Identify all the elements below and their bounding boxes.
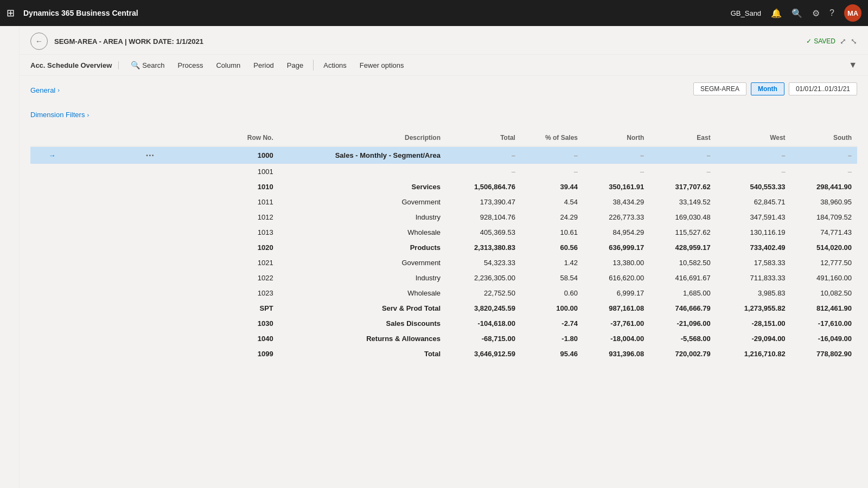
cell-north: 636,999.17 [583, 240, 649, 255]
date-range-filter[interactable]: 01/01/21..01/31/21 [789, 82, 857, 95]
table-row[interactable]: 1099Total3,646,912.5995.46931,396.08720,… [30, 346, 857, 362]
cell-north: 931,396.08 [583, 346, 649, 362]
cell-description: Sales - Monthly - Segment/Area [279, 146, 446, 164]
col-east: East [649, 130, 716, 146]
column-button[interactable]: Column [210, 59, 246, 72]
table-body: →⋯1000Sales - Monthly - Segment/Area––––… [30, 146, 857, 362]
table-row[interactable]: 1001–––––– [30, 164, 857, 179]
table-row[interactable]: 1011Government173,390.474.5438,434.2933,… [30, 195, 857, 210]
cell-row-no: 1021 [226, 255, 279, 271]
cell-south: 12,777.50 [791, 255, 857, 271]
table-row[interactable]: 1013Wholesale405,369.5310.6184,954.29115… [30, 225, 857, 240]
cell-total: 405,369.53 [446, 225, 521, 240]
expand-icon[interactable]: ⤢ [840, 37, 846, 46]
topbar-right: GB_Sand 🔔 🔍 ⚙ ? MA [731, 4, 861, 22]
col-description: Description [279, 130, 446, 146]
dash-value: – [848, 151, 852, 159]
back-button[interactable]: ← [30, 33, 48, 50]
search-icon: 🔍 [131, 61, 140, 69]
user-avatar[interactable]: MA [844, 4, 861, 22]
cell-description: Government [279, 255, 446, 271]
page-button[interactable]: Page [282, 59, 309, 72]
table-row[interactable]: 1010Services1,506,864.7639.44350,161.913… [30, 179, 857, 195]
cell-south: – [791, 164, 857, 179]
cell-west: -29,094.00 [716, 331, 791, 346]
period-button[interactable]: Period [248, 59, 279, 72]
cell-north: 226,773.33 [583, 210, 649, 225]
table-row[interactable]: 1022Industry2,236,305.0058.54616,620.004… [30, 271, 857, 286]
cell-north: 6,999.17 [583, 286, 649, 301]
table-row[interactable]: 1012Industry928,104.7624.29226,773.33169… [30, 210, 857, 225]
actions-button[interactable]: Actions [318, 59, 352, 72]
global-search-icon[interactable]: 🔍 [792, 8, 802, 18]
cell-west: – [716, 146, 791, 164]
notification-icon[interactable]: 🔔 [771, 8, 782, 18]
cell-east: 746,666.79 [649, 301, 716, 316]
table-row[interactable]: SPTServ & Prod Total3,820,245.59100.0098… [30, 301, 857, 316]
dash-value: – [512, 168, 515, 176]
filter-icon[interactable]: ▼ [848, 60, 857, 70]
row-arrow-cell [30, 271, 74, 286]
fewer-options-label: Fewer options [360, 61, 404, 69]
cell-row-no: 1040 [226, 331, 279, 346]
table-header-row: Row No. Description Total % of Sales Nor… [30, 130, 857, 146]
cell-row-no: 1023 [226, 286, 279, 301]
cell-total: 3,646,912.59 [446, 346, 521, 362]
cell-south: 38,960.95 [791, 195, 857, 210]
cell-west: 1,216,710.82 [716, 346, 791, 362]
cell-description: Wholesale [279, 286, 446, 301]
cell-west: – [716, 164, 791, 179]
fewer-options-button[interactable]: Fewer options [354, 59, 410, 72]
cell-pct-sales: -1.80 [521, 331, 583, 346]
general-section-header[interactable]: General › [30, 86, 60, 94]
row-arrow-cell [30, 316, 74, 331]
cell-north: – [583, 146, 649, 164]
cell-pct-sales: 95.46 [521, 346, 583, 362]
cell-pct-sales: 39.44 [521, 179, 583, 195]
table-row[interactable]: 1023Wholesale22,752.500.606,999.171,685.… [30, 286, 857, 301]
cell-east: 720,002.79 [649, 346, 716, 362]
user-name: GB_Sand [731, 9, 761, 17]
dimension-filters-label: Dimension Filters [30, 111, 85, 119]
cell-total: -68,715.00 [446, 331, 521, 346]
cell-total: – [446, 146, 521, 164]
table-row[interactable]: 1030Sales Discounts-104,618.00-2.74-37,7… [30, 316, 857, 331]
cell-total: -104,618.00 [446, 316, 521, 331]
col-total: Total [446, 130, 521, 146]
table-row[interactable]: →⋯1000Sales - Monthly - Segment/Area––––… [30, 146, 857, 164]
cell-north: 84,954.29 [583, 225, 649, 240]
cell-row-no: 1000 [226, 146, 279, 164]
row-arrow-cell [30, 301, 74, 316]
data-table: Row No. Description Total % of Sales Nor… [30, 130, 857, 362]
row-menu-icon[interactable]: ⋯ [145, 151, 154, 160]
process-button[interactable]: Process [173, 59, 209, 72]
dimension-filters-header[interactable]: Dimension Filters › [30, 111, 857, 119]
waffle-icon[interactable]: ⊞ [7, 7, 15, 19]
cell-east: 169,030.48 [649, 210, 716, 225]
cell-pct-sales: – [521, 146, 583, 164]
cell-total: 928,104.76 [446, 210, 521, 225]
table-row[interactable]: 1040Returns & Allowances-68,715.00-1.80-… [30, 331, 857, 346]
segm-area-filter[interactable]: SEGM-AREA [693, 82, 746, 95]
cell-south: 10,082.50 [791, 286, 857, 301]
month-filter[interactable]: Month [751, 82, 784, 95]
dash-value: – [574, 151, 578, 159]
dash-value: – [640, 151, 644, 159]
collapse-icon[interactable]: ⤡ [851, 37, 857, 46]
content-area: General › SEGM-AREA Month 01/01/21..01/3… [20, 76, 868, 368]
settings-icon[interactable]: ⚙ [812, 8, 820, 18]
cell-total: 2,313,380.83 [446, 240, 521, 255]
table-row[interactable]: 1020Products2,313,380.8360.56636,999.174… [30, 240, 857, 255]
cell-east: 1,685.00 [649, 286, 716, 301]
row-arrow-icon: → [49, 151, 56, 159]
help-icon[interactable]: ? [829, 8, 834, 18]
cell-east: 428,959.17 [649, 240, 716, 255]
table-row[interactable]: 1021Government54,323.331.4213,380.0010,5… [30, 255, 857, 271]
cell-pct-sales: 10.61 [521, 225, 583, 240]
search-button[interactable]: 🔍 Search [125, 58, 170, 72]
row-dots-cell [74, 164, 226, 179]
dimension-filters-chevron-icon: › [87, 112, 89, 118]
cell-south: 812,461.90 [791, 301, 857, 316]
cell-pct-sales: 0.60 [521, 286, 583, 301]
cell-north: 350,161.91 [583, 179, 649, 195]
